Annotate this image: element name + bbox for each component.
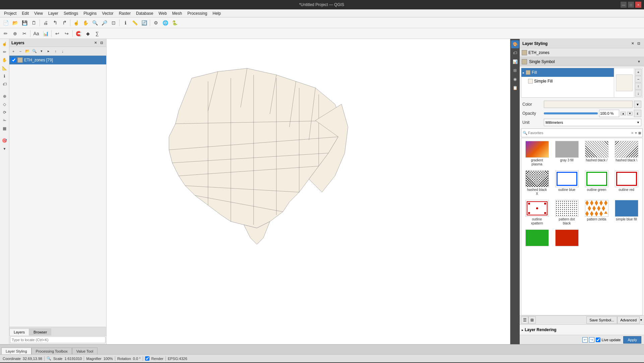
remove-layer-btn[interactable]: − — [17, 48, 24, 55]
left-pan-btn[interactable]: ✋ — [1, 56, 8, 64]
left-digitize-btn[interactable]: ⊕ — [1, 93, 8, 100]
symbol-hashed-black-fwd[interactable]: hashed black / — [582, 140, 611, 168]
menu-settings[interactable]: Settings — [61, 10, 81, 16]
style-fields-btn[interactable]: ⊞ — [511, 66, 519, 74]
down-symbol-btn[interactable]: ↓ — [635, 90, 642, 97]
measure-button[interactable]: 📏 — [130, 18, 139, 27]
left-fill-btn[interactable]: ▦ — [1, 125, 8, 132]
left-measure-btn[interactable]: 📐 — [1, 64, 8, 72]
add-feature-button[interactable]: ⊕ — [11, 29, 19, 38]
symbol-outline-green[interactable]: outline green — [582, 169, 611, 197]
layer-rendering-header[interactable]: ▸ Layer Rendering — [522, 326, 642, 333]
panel-float-btn[interactable]: ⊡ — [636, 41, 641, 46]
maximize-button[interactable]: □ — [628, 2, 634, 8]
plugin1-button[interactable]: ⚙ — [151, 18, 160, 27]
zoom-in-button[interactable]: 🔍 — [90, 18, 99, 27]
move-up-btn[interactable]: ↑ — [52, 48, 59, 55]
menu-mesh[interactable]: Mesh — [170, 10, 185, 16]
left-info-btn[interactable]: ℹ — [1, 72, 8, 80]
print-button[interactable]: 🖨 — [41, 18, 50, 27]
color-picker[interactable] — [544, 101, 633, 108]
style-rendering-btn[interactable]: ◉ — [511, 75, 519, 83]
list-view-btn[interactable]: ☰ — [521, 316, 528, 324]
menu-edit[interactable]: Edit — [19, 10, 31, 16]
opacity-expr-btn[interactable]: ε — [634, 110, 641, 117]
left-snap-btn[interactable]: 🎯 — [1, 137, 8, 144]
locate-input[interactable] — [10, 336, 106, 343]
add-layer-btn[interactable]: + — [10, 48, 17, 55]
opacity-value[interactable]: 100.0 % — [599, 110, 619, 117]
save-as-button[interactable]: 🗒 — [29, 18, 38, 27]
symbol-red-fill[interactable] — [553, 228, 581, 248]
layer-item-eth-zones[interactable]: ETH_zones [79] — [9, 56, 106, 64]
vertex-button[interactable]: ◆ — [83, 29, 92, 38]
left-select-btn[interactable]: ☝ — [1, 40, 8, 48]
field-calc-button[interactable]: ∑ — [93, 29, 102, 38]
panel-close-btn[interactable]: ✕ — [630, 41, 635, 46]
left-edit-btn[interactable]: ✏ — [1, 48, 8, 56]
opacity-down-btn[interactable]: ▼ — [627, 112, 633, 115]
redo2-button[interactable]: ↪ — [62, 29, 71, 38]
new-project-button[interactable]: 📄 — [1, 18, 10, 27]
symbol-outline-red[interactable]: outline red — [612, 169, 641, 197]
search-options-btn[interactable]: ▼ — [634, 131, 638, 135]
minimize-button[interactable]: — — [621, 2, 627, 8]
left-split-btn[interactable]: ✁ — [1, 117, 8, 124]
symbol-pattern-dot-black[interactable]: pattern dotblack — [553, 199, 581, 227]
layers-float-btn[interactable]: ⊡ — [99, 40, 104, 46]
symbol-outline-blue[interactable]: outline blue — [553, 169, 581, 197]
opacity-slider[interactable] — [544, 112, 598, 114]
style-diagram-btn[interactable]: 📊 — [511, 58, 519, 66]
symbol-hashed-black-bwd[interactable]: hashed black \ — [612, 140, 641, 168]
open-layer-btn[interactable]: 📂 — [24, 48, 31, 55]
move-down-btn[interactable]: ↓ — [59, 48, 66, 55]
render-checkbox[interactable] — [145, 356, 149, 361]
collapse-all-btn[interactable]: ▾ — [38, 48, 45, 55]
grid-view-btn[interactable]: ⊞ — [528, 316, 536, 324]
advanced-button[interactable]: Advanced — [617, 316, 640, 324]
label-button[interactable]: Aa — [32, 29, 41, 38]
tab-layers[interactable]: Layers — [9, 328, 29, 335]
zoom-full-button[interactable]: ⊡ — [109, 18, 118, 27]
digitize1-button[interactable]: ✂ — [20, 29, 29, 38]
expand-all-btn[interactable]: ▸ — [45, 48, 52, 55]
diagram-button[interactable]: 📊 — [41, 29, 50, 38]
style-color-btn[interactable]: 🎨 — [511, 40, 519, 48]
menu-web[interactable]: Web — [156, 10, 169, 16]
live-update-checkbox[interactable] — [596, 338, 600, 342]
search-grid-btn[interactable]: ⊞ — [638, 131, 641, 135]
favorites-search-input[interactable] — [528, 131, 630, 135]
tree-fill-item[interactable]: ▸ Fill — [521, 68, 614, 77]
layers-close-btn[interactable]: ✕ — [93, 40, 98, 46]
pan-button[interactable]: ✋ — [81, 18, 90, 27]
symbol-outline-xpattern[interactable]: outlinexpattern — [523, 199, 551, 227]
style-label-btn[interactable]: 🏷 — [511, 49, 519, 57]
left-vertex-btn[interactable]: ◇ — [1, 101, 8, 108]
symbol-hashed-black-x[interactable]: hashed blackX — [523, 169, 551, 197]
symbol-gray3fill[interactable]: gray 3 fill — [553, 140, 581, 168]
left-transform-btn[interactable]: ⟳ — [1, 109, 8, 116]
undo2-button[interactable]: ↩ — [53, 29, 62, 38]
undo-button[interactable]: ↰ — [51, 18, 59, 27]
tab-value-tool[interactable]: Value Tool — [72, 348, 98, 354]
menu-database[interactable]: Database — [133, 10, 156, 16]
tree-simple-fill-item[interactable]: Simple Fill — [521, 77, 614, 86]
layer-checkbox[interactable] — [11, 58, 16, 62]
redo-button[interactable]: ↱ — [60, 18, 69, 27]
add-symbol-btn[interactable]: + — [635, 69, 642, 75]
left-anno-btn[interactable]: 🏷 — [1, 81, 8, 88]
snap-button[interactable]: 🧲 — [74, 29, 83, 38]
menu-view[interactable]: View — [31, 10, 46, 16]
menu-help[interactable]: Help — [210, 10, 224, 16]
menu-project[interactable]: Project — [1, 10, 19, 16]
style-metadata-btn[interactable]: 📋 — [511, 84, 519, 92]
python-button[interactable]: 🐍 — [170, 18, 179, 27]
identify-button[interactable]: ℹ — [121, 18, 130, 27]
menu-layer[interactable]: Layer — [46, 10, 61, 16]
symbol-green-fill[interactable] — [523, 228, 551, 248]
menu-plugins[interactable]: Plugins — [81, 10, 99, 16]
symbol-simple-blue-fill[interactable]: simple blue fill — [612, 199, 641, 227]
symbol-type-btn[interactable]: ▼ — [636, 59, 642, 65]
tab-layer-styling[interactable]: Layer Styling — [1, 348, 31, 354]
symbol-pattern-zelda[interactable]: pattern zelda — [582, 199, 611, 227]
